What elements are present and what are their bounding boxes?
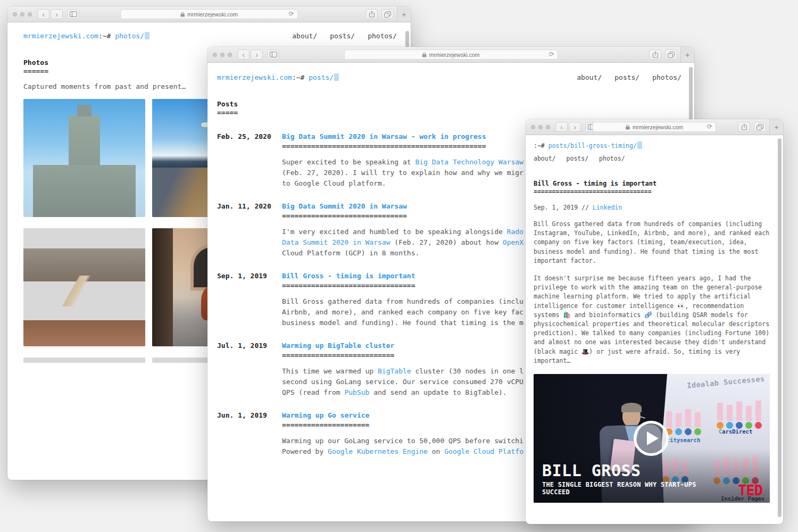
post-title-link[interactable]: Warming up Go service	[282, 410, 369, 421]
zoom-button[interactable]	[28, 12, 32, 16]
forward-button[interactable]: ›	[251, 49, 263, 60]
inline-link[interactable]: PubSub	[344, 388, 369, 396]
scrollbar[interactable]	[778, 138, 782, 517]
post-date: Jun. 1, 2019	[217, 410, 282, 457]
minimize-button[interactable]	[538, 125, 543, 129]
linkedin-link[interactable]: Linkedin	[593, 204, 622, 211]
forward-button[interactable]: ›	[51, 9, 63, 19]
post-title-link[interactable]: Big Data Summit 2020 in Warsaw	[282, 201, 407, 212]
minimize-button[interactable]	[220, 53, 225, 57]
sidebar-button[interactable]	[67, 9, 79, 19]
video-thumbnail[interactable]: Idealab Successes citysearch CarsDirect …	[534, 374, 770, 503]
prompt-separator: :~#	[292, 73, 309, 81]
nav-link-photos[interactable]: photos/	[652, 73, 681, 81]
excerpt-text: Super excited to be speaking at	[282, 158, 415, 166]
browser-window-post: ‹›mrmierzejewski.com⟳+ :~# posts/bill-gr…	[526, 119, 783, 524]
tabs-button[interactable]	[754, 122, 766, 132]
nav-link-posts[interactable]: posts/	[567, 155, 589, 162]
tabs-icon	[668, 52, 675, 58]
address-bar[interactable]: mrmierzejewski.com⟳	[593, 122, 716, 132]
minimize-button[interactable]	[20, 12, 24, 16]
tabs-button[interactable]	[381, 9, 394, 19]
paragraph-line: business model and funding). He found th…	[534, 247, 776, 256]
sidebar-button[interactable]	[267, 49, 279, 60]
paragraph-line: Bill Gross gathered data from hundreds o…	[534, 220, 776, 229]
photo-palace-of-culture-warsaw[interactable]	[23, 99, 145, 217]
post-paragraph: Bill Gross gathered data from hundreds o…	[534, 220, 776, 265]
post-date: Jul. 1, 2019	[217, 340, 282, 398]
host-link[interactable]: mrmierzejewski.com	[217, 73, 292, 81]
inline-link[interactable]: Data Summit 2020 in Warsaw	[282, 238, 390, 246]
zoom-button[interactable]	[546, 125, 550, 129]
post-title-link[interactable]: Warming up BigTable cluster	[282, 340, 394, 351]
tabs-button[interactable]	[665, 49, 677, 60]
new-tab-button[interactable]: +	[769, 119, 783, 135]
forward-button[interactable]: ›	[569, 122, 581, 132]
nav-link-about[interactable]: about/	[292, 32, 317, 40]
tabs-icon	[384, 11, 391, 18]
post-paragraph: It doesn't surprise me because fifteen y…	[534, 274, 776, 365]
photo-partial	[23, 358, 145, 363]
zoom-button[interactable]	[228, 53, 232, 57]
terminal-prompt-line: mrmierzejewski.com:~# posts/ about/posts…	[217, 73, 681, 81]
paragraph-line: machine learning platform. We tried to a…	[534, 292, 776, 301]
refresh-icon[interactable]: ⟳	[289, 10, 294, 18]
paragraph-line: privilege to work with the amazing team …	[534, 283, 776, 292]
inline-link[interactable]: Google Kubernetes Engine	[328, 447, 428, 455]
inline-link[interactable]: BigTable	[378, 367, 411, 375]
share-button[interactable]	[738, 122, 750, 132]
refresh-icon[interactable]: ⟳	[707, 123, 712, 130]
page-title-underline: =====	[217, 109, 681, 117]
nav-link-about[interactable]: about/	[577, 73, 602, 81]
host-link[interactable]: mrmierzejewski.com	[23, 32, 98, 40]
current-path-link[interactable]: photos/	[115, 32, 144, 40]
excerpt-text: business model and funding). He found th…	[282, 319, 523, 327]
refresh-icon[interactable]: ⟳	[549, 51, 554, 58]
post-title-link[interactable]: Big Data Summit 2020 in Warsaw - work in…	[282, 131, 486, 142]
back-button[interactable]: ‹	[37, 9, 49, 19]
share-button[interactable]	[649, 49, 661, 60]
paragraph-line: important factor.	[534, 256, 776, 265]
address-bar[interactable]: mrmierzejewski.com⟳	[120, 9, 298, 19]
video-caption: BILL GROSS THE SINGLE BIGGEST REASON WHY…	[542, 463, 696, 496]
play-button[interactable]	[634, 421, 669, 456]
tabs-icon	[757, 124, 763, 130]
lock-icon	[422, 52, 426, 57]
back-button[interactable]: ‹	[555, 122, 568, 132]
window-controls	[213, 53, 232, 57]
terminal-cursor	[145, 32, 149, 39]
nav-link-photos[interactable]: photos/	[599, 155, 625, 162]
inline-link[interactable]: Google Cloud Platfo	[444, 447, 523, 455]
lock-icon	[626, 124, 630, 130]
site-nav: about/posts/photos/	[577, 73, 681, 81]
nav-link-posts[interactable]: posts/	[614, 73, 639, 81]
browser-toolbar: ‹›mrmierzejewski.com⟳+	[207, 47, 694, 63]
paragraph-line: (black magic 🎩) or just were afraid. So,…	[534, 347, 776, 356]
current-path-link[interactable]: posts/	[309, 73, 334, 81]
inline-link[interactable]: Rado	[507, 228, 523, 236]
excerpt-text: on	[428, 447, 444, 455]
new-tab-button[interactable]: +	[680, 47, 694, 62]
post-title-link[interactable]: Bill Gross - timing is important	[282, 271, 415, 281]
photo-canyon-river[interactable]	[23, 228, 145, 346]
nav-link-posts[interactable]: posts/	[330, 32, 355, 40]
paragraph-line: important…	[534, 356, 776, 365]
excerpt-text: Powered by	[282, 447, 328, 455]
close-button[interactable]	[531, 125, 535, 129]
close-button[interactable]	[213, 53, 217, 57]
address-bar[interactable]: mrmierzejewski.com⟳	[344, 49, 558, 60]
back-button[interactable]: ‹	[237, 49, 250, 60]
sidebar-icon	[70, 11, 77, 17]
nav-link-about[interactable]: about/	[534, 155, 556, 162]
excerpt-text: second using GoLang service. Our service…	[282, 378, 523, 386]
inline-link[interactable]: Big Data Technology Warsaw	[415, 158, 523, 166]
close-button[interactable]	[13, 12, 17, 16]
current-path-link[interactable]: posts/bill-gross-timing/	[548, 142, 637, 149]
new-tab-button[interactable]: +	[397, 6, 411, 22]
inline-link[interactable]: OpenX	[503, 238, 523, 246]
post-title: Bill Gross - timing is important	[534, 179, 776, 188]
share-button[interactable]	[365, 9, 378, 19]
terminal-prompt-line: mrmierzejewski.com:~# photos/ about/post…	[23, 32, 397, 40]
paragraph-line: Instagram, YouTube, LinkedIn, Airbnb, an…	[534, 229, 776, 238]
nav-link-photos[interactable]: photos/	[368, 32, 397, 40]
